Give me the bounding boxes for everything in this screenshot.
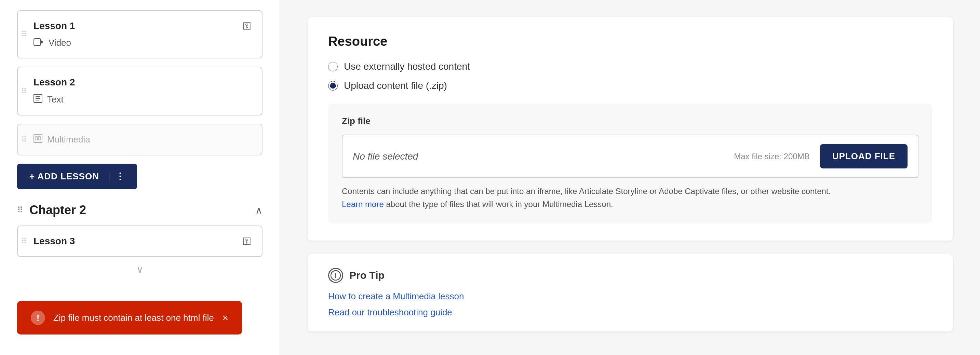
svg-rect-7: [35, 137, 38, 140]
pro-tip-link-2[interactable]: Read our troubleshooting guide: [328, 307, 932, 318]
main-content: Resource Use externally hosted content U…: [280, 0, 980, 355]
learn-more-link[interactable]: Learn more: [342, 200, 386, 209]
multimedia-icon: [33, 134, 42, 145]
zip-label: Zip file: [342, 116, 918, 127]
multimedia-title: Multimedia: [47, 134, 90, 145]
toast-message: Zip file must contain at least one html …: [53, 313, 214, 323]
lesson-card-3: ⠿ Lesson 3 ⚿: [17, 225, 262, 257]
lesson3-title: Lesson 3: [33, 236, 75, 247]
zip-description: Contents can include anything that can b…: [342, 185, 918, 211]
drag-handle-multimedia[interactable]: ⠿: [21, 135, 27, 144]
zip-section: Zip file No file selected Max file size:…: [328, 103, 932, 223]
toast-close-button[interactable]: ×: [222, 312, 229, 324]
resource-card: Resource Use externally hosted content U…: [308, 17, 953, 241]
radio-upload-input[interactable]: [328, 81, 338, 90]
lesson-card-1: ⠿ Lesson 1 ⚿ Video: [17, 10, 262, 59]
zip-upload-area: No file selected Max file size: 200MB UP…: [342, 135, 918, 178]
more-options-icon[interactable]: ⋮: [109, 171, 125, 182]
radio-upload-label: Upload content file (.zip): [344, 80, 447, 91]
pro-tip-card: Pro Tip How to create a Multimedia lesso…: [308, 254, 953, 331]
toast-error-icon: !: [31, 311, 45, 325]
resource-title: Resource: [328, 34, 932, 49]
pro-tip-link-1[interactable]: How to create a Multimedia lesson: [328, 291, 932, 302]
lesson-card-multimedia: ⠿ Multimedia: [17, 124, 262, 155]
pro-tip-links: How to create a Multimedia lesson Read o…: [328, 291, 932, 318]
no-file-text: No file selected: [353, 151, 418, 162]
lesson-card-2: ⠿ Lesson 2 Text: [17, 67, 262, 116]
add-lesson-label: + ADD LESSON: [29, 171, 99, 182]
toast-notification: ! Zip file must contain at least one htm…: [17, 301, 242, 334]
drag-handle-1[interactable]: ⠿: [21, 30, 27, 39]
chapter2-title: Chapter 2: [29, 203, 86, 217]
key-icon-3: ⚿: [243, 236, 251, 247]
chapter2-drag-handle[interactable]: ⠿: [17, 205, 23, 215]
radio-external[interactable]: Use externally hosted content: [328, 61, 932, 72]
pro-tip-title: Pro Tip: [349, 269, 385, 281]
drag-handle-2[interactable]: ⠿: [21, 87, 27, 96]
chapter2-section: ⠿ Chapter 2 ∧ ⠿ Lesson 3 ⚿ ∨: [17, 203, 262, 275]
radio-upload[interactable]: Upload content file (.zip): [328, 80, 932, 91]
radio-external-label: Use externally hosted content: [344, 61, 470, 72]
drag-handle-3[interactable]: ⠿: [21, 237, 27, 246]
key-icon-1: ⚿: [243, 21, 251, 32]
text-icon: [33, 94, 42, 105]
lesson2-title: Lesson 2: [33, 77, 75, 88]
add-lesson-button[interactable]: + ADD LESSON ⋮: [17, 164, 137, 189]
scroll-down-icon: ∨: [17, 264, 262, 275]
chapter2-collapse-icon[interactable]: ∧: [255, 204, 262, 216]
svg-marker-1: [41, 40, 43, 44]
svg-rect-8: [38, 137, 41, 140]
lesson1-title: Lesson 1: [33, 21, 75, 32]
resource-radio-group: Use externally hosted content Upload con…: [328, 61, 932, 91]
upload-file-button[interactable]: UPLOAD FILE: [820, 144, 908, 168]
lesson1-type: Video: [49, 38, 71, 48]
radio-external-input[interactable]: [328, 62, 338, 71]
pro-tip-icon: [328, 268, 343, 283]
lesson2-type: Text: [47, 94, 64, 105]
svg-rect-0: [34, 39, 41, 46]
video-icon: [33, 38, 44, 48]
max-file-size-text: Max file size: 200MB: [734, 152, 810, 161]
